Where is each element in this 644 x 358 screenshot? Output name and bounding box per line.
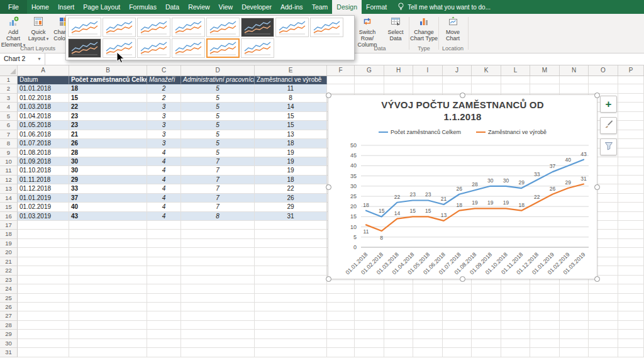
cell-P7[interactable]	[618, 130, 644, 139]
cell-I28[interactable]	[413, 321, 443, 330]
cell-N26[interactable]	[560, 303, 589, 311]
row-header-26[interactable]: 26	[0, 303, 18, 311]
cell-O30[interactable]	[589, 339, 618, 348]
cell-P4[interactable]	[618, 103, 644, 111]
cell-A15[interactable]: 01.02.2019	[18, 203, 69, 211]
cell-F31[interactable]	[327, 348, 355, 357]
cell-P14[interactable]	[618, 194, 644, 203]
row-header-18[interactable]: 18	[0, 230, 18, 238]
cell-E30[interactable]	[255, 339, 327, 348]
cell-K24[interactable]	[472, 284, 501, 293]
cell-H31[interactable]	[384, 348, 413, 357]
cell-C31[interactable]	[147, 348, 181, 357]
cell-D6[interactable]: 5	[181, 121, 255, 130]
cell-I31[interactable]	[413, 348, 443, 357]
cell-I27[interactable]	[413, 311, 443, 320]
cell-C5[interactable]: 3	[147, 112, 181, 121]
cell-B3[interactable]: 15	[69, 94, 147, 103]
cell-A21[interactable]	[18, 257, 69, 266]
cell-C22[interactable]	[147, 266, 181, 275]
cell-P2[interactable]	[618, 84, 644, 93]
cell-C24[interactable]	[147, 284, 181, 293]
column-header-O[interactable]: O	[589, 65, 618, 76]
cell-K25[interactable]	[472, 294, 501, 303]
chart-selection-handle[interactable]	[594, 184, 600, 190]
cell-C11[interactable]: 4	[147, 166, 181, 175]
cell-E3[interactable]: 8	[255, 94, 327, 103]
chart-style-thumb[interactable]	[68, 38, 101, 58]
row-header-12[interactable]: 12	[0, 176, 18, 184]
cell-P26[interactable]	[618, 303, 644, 311]
cell-F2[interactable]	[327, 84, 355, 93]
cell-A30[interactable]	[18, 339, 69, 348]
cell-P17[interactable]	[618, 221, 644, 230]
cell-E22[interactable]	[255, 266, 327, 275]
cell-B14[interactable]: 37	[69, 194, 147, 203]
cell-C19[interactable]	[147, 239, 181, 248]
row-header-31[interactable]: 31	[0, 348, 18, 357]
cell-A17[interactable]	[18, 221, 69, 230]
ribbon-tab-review[interactable]: Review	[184, 0, 214, 14]
chart-selection-handle[interactable]	[326, 92, 331, 98]
ribbon-tab-design[interactable]: Design	[332, 0, 362, 14]
cell-A12[interactable]: 01.11.2018	[18, 176, 69, 184]
cell-P11[interactable]	[618, 166, 644, 175]
cell-A1[interactable]: Datum	[18, 76, 69, 84]
cell-P6[interactable]	[618, 121, 644, 130]
cell-G1[interactable]	[355, 76, 384, 84]
cell-G30[interactable]	[355, 339, 384, 348]
cell-H1[interactable]	[384, 76, 413, 84]
cell-P9[interactable]	[618, 148, 644, 157]
cell-G27[interactable]	[355, 311, 384, 320]
cell-J2[interactable]	[443, 84, 472, 93]
cell-A29[interactable]	[18, 330, 69, 338]
cell-A16[interactable]: 01.03.2019	[18, 212, 69, 221]
ribbon-tab-page-layout[interactable]: Page Layout	[79, 0, 125, 14]
cell-C1[interactable]: Manažeři	[147, 76, 181, 84]
cell-P22[interactable]	[618, 266, 644, 275]
cell-E5[interactable]: 15	[255, 112, 327, 121]
cell-O1[interactable]	[589, 76, 618, 84]
cell-M1[interactable]	[530, 76, 560, 84]
cell-E27[interactable]	[255, 311, 327, 320]
cell-F26[interactable]	[327, 303, 355, 311]
cell-D14[interactable]: 7	[181, 194, 255, 203]
cell-E17[interactable]	[255, 221, 327, 230]
cell-O2[interactable]	[589, 84, 618, 93]
cell-B29[interactable]	[69, 330, 147, 338]
cell-C10[interactable]: 4	[147, 157, 181, 166]
cell-J26[interactable]	[443, 303, 472, 311]
cell-B19[interactable]	[69, 239, 147, 248]
ribbon-tab-view[interactable]: View	[214, 0, 238, 14]
cell-O29[interactable]	[589, 330, 618, 338]
cell-E12[interactable]: 18	[255, 176, 327, 184]
chart-style-thumb[interactable]	[103, 38, 136, 58]
cell-E31[interactable]	[255, 348, 327, 357]
cell-D10[interactable]: 7	[181, 157, 255, 166]
chart-style-thumb[interactable]	[137, 18, 170, 37]
cell-M24[interactable]	[530, 284, 560, 293]
cell-O28[interactable]	[589, 321, 618, 330]
cell-K29[interactable]	[472, 330, 501, 338]
cell-L26[interactable]	[501, 303, 530, 311]
cell-D2[interactable]: 5	[181, 84, 255, 93]
cell-B15[interactable]: 40	[69, 203, 147, 211]
cell-P5[interactable]	[618, 112, 644, 121]
cell-G24[interactable]	[355, 284, 384, 293]
cell-A8[interactable]: 01.07.2018	[18, 139, 69, 148]
cell-E19[interactable]	[255, 239, 327, 248]
cell-G31[interactable]	[355, 348, 384, 357]
cell-B18[interactable]	[69, 230, 147, 238]
cell-E18[interactable]	[255, 230, 327, 238]
cell-A14[interactable]: 01.01.2019	[18, 194, 69, 203]
row-header-4[interactable]: 4	[0, 103, 18, 111]
cell-A3[interactable]: 01.02.2018	[18, 94, 69, 103]
cell-E11[interactable]: 19	[255, 166, 327, 175]
cell-D28[interactable]	[181, 321, 255, 330]
cell-P27[interactable]	[618, 311, 644, 320]
cell-D24[interactable]	[181, 284, 255, 293]
cell-B24[interactable]	[69, 284, 147, 293]
cell-B13[interactable]: 33	[69, 184, 147, 193]
column-header-G[interactable]: G	[355, 65, 384, 76]
chart-style-thumb[interactable]	[172, 38, 205, 58]
